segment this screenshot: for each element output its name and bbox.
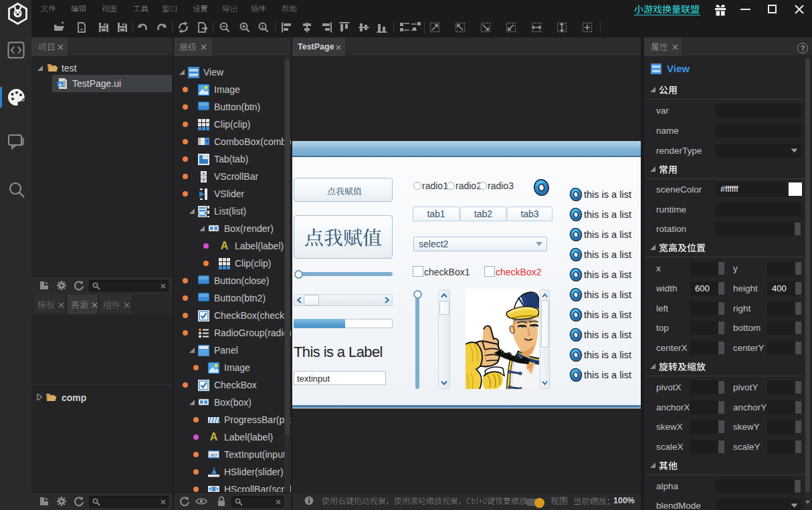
svg-text:u: u: [59, 82, 62, 87]
svg-text:aci: aci: [210, 452, 217, 458]
svg-text:1: 1: [261, 24, 264, 30]
